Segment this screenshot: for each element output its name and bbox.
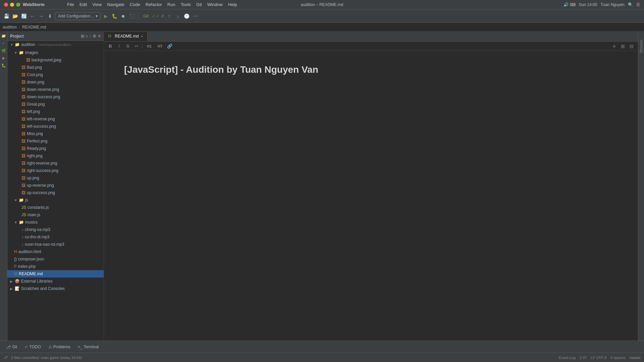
tree-item-external-libraries[interactable]: ▶ 📦 External Libraries — [7, 278, 104, 285]
tree-item-audition-html[interactable]: H audition.html — [7, 248, 104, 255]
js-label: js — [25, 198, 28, 202]
tree-item-readme[interactable]: M README.md — [7, 270, 104, 278]
tree-item-cu-tho-di[interactable]: ♪ cu-tho-di.mp3 — [7, 233, 104, 241]
save-button[interactable]: 💾 — [3, 12, 10, 20]
tree-item-background[interactable]: 🖼 background.jpeg — [7, 56, 104, 64]
md-ht-button[interactable]: HT — [155, 43, 165, 50]
right-label: right.png — [27, 154, 43, 158]
view-list-button[interactable]: ≡ — [610, 43, 618, 50]
debug-left-icon[interactable]: 🐛 — [1, 62, 7, 68]
minimize-button[interactable] — [10, 3, 14, 7]
tab-git[interactable]: ⎇ Git — [3, 342, 20, 352]
git-more-button[interactable]: ⋯ — [192, 12, 199, 20]
sync-button[interactable]: 🔄 — [20, 12, 28, 20]
up-success-icon: 🖼 — [21, 190, 25, 195]
menu-file[interactable]: File — [67, 2, 74, 7]
menu-run[interactable]: Run — [167, 2, 175, 7]
panel-options-icon[interactable]: ⊞ — [81, 34, 84, 39]
search-icon[interactable]: 🔍 — [628, 2, 633, 7]
debug-button[interactable]: 🐛 — [111, 12, 118, 20]
tree-item-right-reverse[interactable]: 🖼 right-reverse.png — [7, 160, 104, 167]
tree-item-down[interactable]: 🖼 down.png — [7, 78, 104, 86]
panel-close-icon[interactable]: ✕ — [98, 34, 101, 39]
menu-tools[interactable]: Tools — [181, 2, 191, 7]
panel-collapse-icon[interactable]: ≡ — [86, 34, 88, 39]
menu-git[interactable]: Git — [196, 2, 202, 7]
tree-item-scratches[interactable]: ▶ 📝 Scratches and Consoles — [7, 285, 104, 292]
md-italic-button[interactable]: I — [115, 43, 123, 50]
breadcrumb-audition[interactable]: audition — [3, 25, 17, 29]
stop-button[interactable]: ⬛ — [128, 12, 136, 20]
tree-item-left-reverse[interactable]: 🖼 left-reverse.png — [7, 115, 104, 123]
tree-item-up-reverse[interactable]: 🖼 up-reverse.png — [7, 182, 104, 189]
tree-item-mainjs[interactable]: JS main.js — [7, 211, 104, 219]
view-grid-button[interactable]: ⊞ — [619, 43, 627, 50]
panel-settings-icon[interactable]: ⚙ — [93, 34, 96, 39]
breadcrumb-readme[interactable]: README.md — [22, 25, 46, 29]
menu-bar[interactable]: File Edit View Navigate Code Refactor Ru… — [67, 2, 237, 7]
run-left-icon[interactable]: ▶ — [1, 55, 7, 61]
left-icon-bar: 📁 ✓ 🌿 ▶ 🐛 — [0, 32, 7, 341]
tree-item-perfect[interactable]: 🖼 Perfect.png — [7, 137, 104, 145]
tree-item-images[interactable]: ▼ 📁 images — [7, 49, 104, 56]
close-button[interactable] — [4, 3, 8, 7]
forward-button[interactable]: → — [38, 12, 45, 20]
tree-item-miss[interactable]: 🖼 Miss.png — [7, 130, 104, 137]
tree-item-bad[interactable]: 🖼 Bad.png — [7, 64, 104, 71]
tree-item-vuon-hoa[interactable]: ♪ vuon-hoa-sao-roi.mp3 — [7, 241, 104, 248]
tab-todo[interactable]: ✓ TODO — [21, 342, 44, 352]
tab-close-button[interactable]: ✕ — [141, 35, 143, 38]
tree-item-index-php[interactable]: P index.php — [7, 263, 104, 270]
menu-edit[interactable]: Edit — [79, 2, 87, 7]
tree-item-down-success[interactable]: 🖼 down-success.png — [7, 93, 104, 101]
options-icon[interactable]: ☰ — [636, 2, 640, 7]
git-left-icon[interactable]: 🌿 — [1, 48, 7, 54]
git-pull-button[interactable]: ↓ — [174, 12, 182, 20]
tree-root[interactable]: ▼ 📁 audition ~/workspace/audition — [7, 41, 104, 48]
event-log-button[interactable]: Event Log — [559, 356, 576, 360]
md-strikethrough-button[interactable]: S — [124, 43, 131, 50]
tree-item-up-success[interactable]: 🖼 up-success.png — [7, 189, 104, 196]
tree-item-chong-xa[interactable]: ♪ chong-xa.mp3 — [7, 226, 104, 233]
editor-content[interactable]: [JavaScript] - Audition by Tuan Nguyen V… — [104, 51, 638, 341]
md-h1-button[interactable]: H1 — [145, 43, 154, 50]
coverage-button[interactable]: ■ — [119, 12, 127, 20]
view-split-button[interactable]: ⊟ — [628, 43, 635, 50]
tree-item-left-success[interactable]: 🖼 left-success.png — [7, 123, 104, 130]
menu-code[interactable]: Code — [130, 2, 140, 7]
menu-refactor[interactable]: Refactor — [146, 2, 162, 7]
tree-item-great[interactable]: 🖼 Great.png — [7, 101, 104, 108]
md-code-button[interactable]: ↩ — [133, 43, 140, 50]
tree-item-js[interactable]: ▼ 📁 js — [7, 196, 104, 204]
tree-item-right-success[interactable]: 🖼 right-success.png — [7, 167, 104, 174]
tab-readme[interactable]: M README.md ✕ — [104, 32, 148, 41]
menu-navigate[interactable]: Navigate — [107, 2, 124, 7]
commit-icon[interactable]: ✓ — [1, 40, 7, 46]
tree-item-ready[interactable]: 🖼 Ready.png — [7, 145, 104, 152]
tree-item-composer[interactable]: {} composer.json — [7, 255, 104, 263]
run-config-button[interactable]: ⬇ — [46, 12, 54, 20]
project-icon[interactable]: 📁 — [1, 33, 7, 39]
tree-item-right[interactable]: 🖼 right.png — [7, 152, 104, 160]
add-configuration-button[interactable]: Add Configuration… ▾ — [55, 12, 101, 20]
tree-item-left[interactable]: 🖼 left.png — [7, 108, 104, 115]
md-bold-button[interactable]: B — [107, 43, 114, 50]
open-button[interactable]: 📂 — [11, 12, 19, 20]
tree-item-cool[interactable]: 🖼 Cool.png — [7, 71, 104, 78]
constants-label: constants.js — [28, 205, 49, 210]
tree-item-musics[interactable]: ▼ 📁 musics — [7, 219, 104, 226]
panel-sort-icon[interactable]: ↕ — [89, 34, 91, 39]
git-push-button[interactable]: ↑ — [166, 12, 173, 20]
tree-item-up[interactable]: 🖼 up.png — [7, 174, 104, 182]
menu-help[interactable]: Help — [228, 2, 237, 7]
tab-problems[interactable]: ⚠ Problems — [45, 342, 74, 352]
tree-item-down-reverse[interactable]: 🖼 down-reverse.png — [7, 86, 104, 93]
git-history-button[interactable]: 🕐 — [183, 12, 191, 20]
md-link-button[interactable]: 🔗 — [166, 43, 173, 50]
tree-item-constants[interactable]: JS constants.js — [7, 204, 104, 211]
run-button[interactable]: ▶ — [102, 12, 109, 20]
menu-view[interactable]: View — [92, 2, 102, 7]
tab-terminal[interactable]: >_ Terminal — [74, 342, 102, 352]
back-button[interactable]: ← — [29, 12, 36, 20]
menu-window[interactable]: Window — [207, 2, 223, 7]
